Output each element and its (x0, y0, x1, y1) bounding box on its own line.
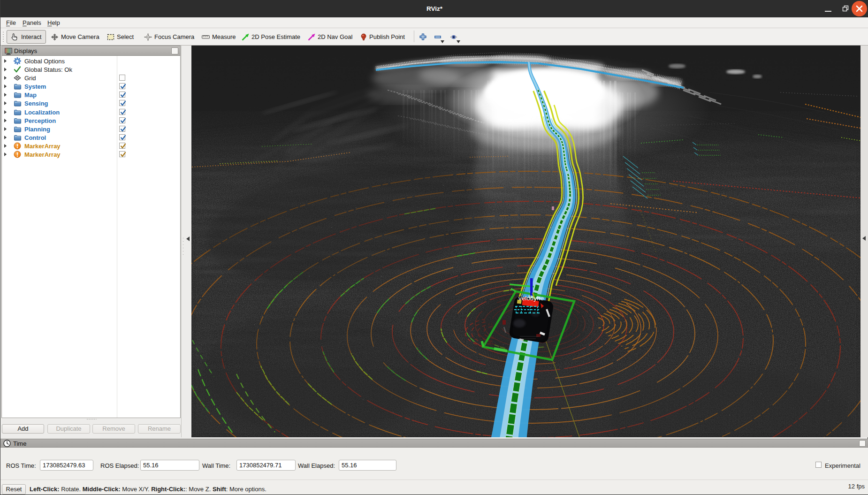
svg-text:velodyne: velodyne (518, 295, 544, 302)
